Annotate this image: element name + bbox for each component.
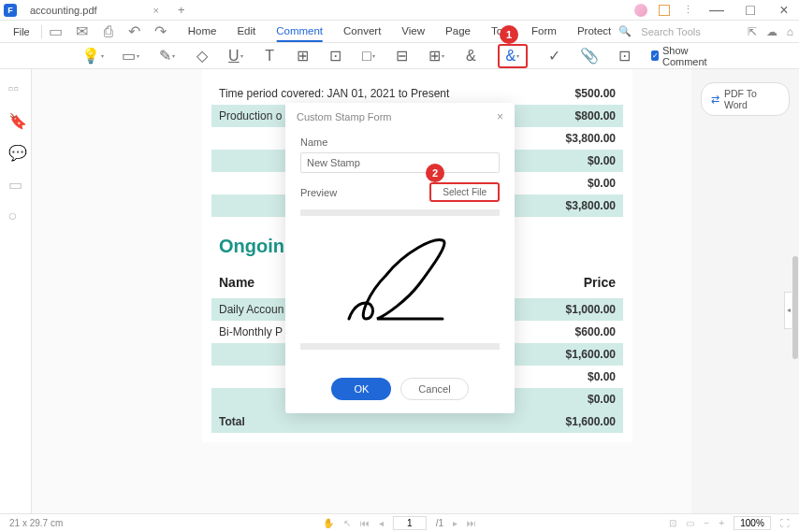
document-tab[interactable]: accounting.pdf × <box>22 0 167 20</box>
ok-button[interactable]: OK <box>331 378 391 400</box>
comment-toolbar: 💡▾ ▭▾ ✎▾ ◇ U▾ T ⊞ ⊡ □▾ ⊟ ⊞▾ & &▾ ✓ 📎 ⊡ ✓… <box>0 43 799 69</box>
search-placeholder[interactable]: Search Tools <box>641 26 700 37</box>
bookmark-icon[interactable]: 🔖 <box>8 112 23 127</box>
fit-page-icon[interactable]: ▭ <box>686 518 694 528</box>
zoom-input[interactable] <box>734 516 771 530</box>
show-comment-toggle[interactable]: ✓ Show Comment <box>651 45 715 67</box>
share-icon[interactable]: ⇱ <box>748 25 757 38</box>
fullscreen-icon[interactable]: ⛶ <box>780 518 790 528</box>
search-panel-icon[interactable]: ○ <box>8 208 23 223</box>
minimize-button[interactable]: — <box>705 2 728 19</box>
undo-icon[interactable]: ↶ <box>128 25 141 38</box>
header-name: Name <box>219 275 254 290</box>
attach-tool[interactable]: 📎 <box>581 48 598 65</box>
tab-edit[interactable]: Edit <box>237 22 255 42</box>
tab-view[interactable]: View <box>401 22 425 42</box>
search-icon[interactable]: 🔍 <box>618 25 632 37</box>
shape-tool[interactable]: □▾ <box>362 48 375 65</box>
hand-tool-icon[interactable]: ✋ <box>323 518 334 528</box>
dialog-header: Custom Stamp Form × <box>285 103 515 131</box>
name-field-label: Name <box>300 137 500 148</box>
custom-stamp-tool-highlighted[interactable]: &▾ <box>498 44 528 68</box>
hide-tool[interactable]: ⊡ <box>618 48 631 65</box>
save-icon[interactable]: ▭ <box>50 25 63 38</box>
attachment-panel-icon[interactable]: ▭ <box>8 176 23 191</box>
dialog-close-button[interactable]: × <box>497 110 503 123</box>
area-tool[interactable]: ⊞▾ <box>429 48 444 65</box>
dialog-title: Custom Stamp Form <box>297 111 391 122</box>
kebab-menu-icon[interactable]: ⋮ <box>681 4 694 17</box>
preview-bar-top <box>300 209 500 216</box>
user-avatar[interactable] <box>634 4 647 17</box>
note-tool[interactable]: ▭▾ <box>122 48 138 65</box>
vertical-scrollbar[interactable] <box>792 256 798 359</box>
prev-page-icon[interactable]: ◂ <box>379 518 384 528</box>
comment-panel-icon[interactable]: 💬 <box>8 144 23 159</box>
callout-tool[interactable]: ⊡ <box>329 48 341 65</box>
preview-label: Preview <box>300 187 337 198</box>
callout-badge-1: 1 <box>500 25 518 44</box>
tab-page[interactable]: Page <box>445 22 471 42</box>
preview-bar-bottom <box>300 343 500 350</box>
signature-tool[interactable]: & <box>465 48 477 65</box>
page-number-input[interactable] <box>393 516 427 530</box>
signature-preview <box>300 223 500 336</box>
stamp-name-input[interactable] <box>300 152 500 173</box>
tab-protect[interactable]: Protect <box>577 22 611 42</box>
next-page-icon[interactable]: ▸ <box>453 518 458 528</box>
select-file-button[interactable]: Select File <box>429 182 500 202</box>
table-row: Time period covered: JAN 01, 2021 to Pre… <box>211 82 623 105</box>
tab-strip: accounting.pdf × + <box>22 0 185 20</box>
highlight-tool[interactable]: 💡▾ <box>84 48 101 65</box>
home-icon[interactable]: ⌂ <box>787 25 793 38</box>
tab-form[interactable]: Form <box>531 22 557 42</box>
signature-image <box>340 233 461 326</box>
pencil-tool[interactable]: ✎▾ <box>159 48 175 65</box>
page-total: /1 <box>436 518 443 528</box>
thumbnails-icon[interactable]: ▫▫ <box>8 80 23 95</box>
left-sidebar: ▫▫ 🔖 💬 ▭ ○ <box>0 69 32 513</box>
mail-icon[interactable]: ✉ <box>76 25 89 38</box>
pdf-to-word-button[interactable]: PDF To Word <box>701 82 790 116</box>
fit-width-icon[interactable]: ⊡ <box>669 518 676 528</box>
checkbox-checked-icon: ✓ <box>651 50 659 61</box>
redo-icon[interactable]: ↷ <box>154 25 167 38</box>
tab-comment[interactable]: Comment <box>276 22 323 42</box>
main-tabs: Home Edit Comment Convert View Page Tool… <box>188 22 612 42</box>
custom-stamp-dialog: Custom Stamp Form × Name Preview Select … <box>285 103 515 413</box>
print-icon[interactable]: ⎙ <box>102 25 115 38</box>
tab-home[interactable]: Home <box>188 22 217 42</box>
custom-stamp-icon: &▾ <box>504 48 521 65</box>
zoom-out-icon[interactable]: − <box>704 518 709 528</box>
stamp-tool[interactable]: ⊟ <box>396 48 408 65</box>
text-tool[interactable]: T <box>264 48 276 65</box>
callout-badge-2: 2 <box>426 164 444 182</box>
close-tab-icon[interactable]: × <box>153 5 159 16</box>
maximize-button[interactable]: □ <box>739 2 762 19</box>
notification-icon[interactable] <box>659 5 670 16</box>
zoom-in-icon[interactable]: + <box>719 518 724 528</box>
right-panel: PDF To Word <box>691 69 799 513</box>
cloud-icon[interactable]: ☁ <box>766 25 777 38</box>
select-tool-icon[interactable]: ↖ <box>343 518 351 528</box>
eraser-tool[interactable]: ◇ <box>196 48 208 65</box>
textbox-tool[interactable]: ⊞ <box>297 48 309 65</box>
file-menu[interactable]: File <box>6 26 37 37</box>
first-page-icon[interactable]: ⏮ <box>360 518 370 528</box>
dialog-footer: OK Cancel <box>285 368 515 413</box>
sign-tool[interactable]: ✓ <box>548 48 560 65</box>
table-row-total: Total$1,600.00 <box>211 410 623 433</box>
show-comment-label: Show Comment <box>662 45 715 67</box>
add-tab-button[interactable]: + <box>178 3 185 17</box>
cancel-button[interactable]: Cancel <box>400 378 468 400</box>
app-logo: F <box>4 4 17 17</box>
underline-tool[interactable]: U▾ <box>228 48 243 65</box>
tab-convert[interactable]: Convert <box>343 22 381 42</box>
page-dimensions: 21 x 29.7 cm <box>9 518 63 528</box>
divider <box>41 25 42 38</box>
header-price: Price <box>584 275 616 290</box>
last-page-icon[interactable]: ⏭ <box>467 518 476 528</box>
expand-right-rail[interactable]: ◂ <box>784 292 792 329</box>
close-window-button[interactable]: × <box>773 2 795 19</box>
titlebar: F accounting.pdf × + ⋮ — □ × <box>0 0 799 21</box>
